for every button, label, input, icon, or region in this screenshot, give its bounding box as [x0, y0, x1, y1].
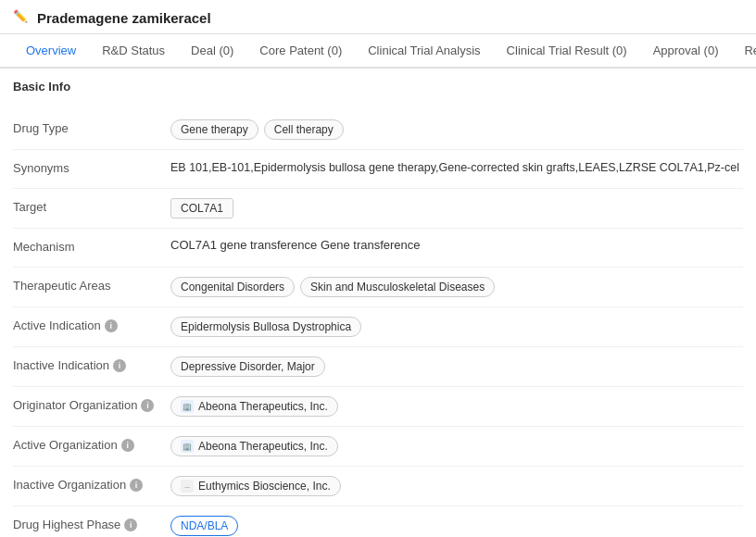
active-indication-info-icon[interactable]: i: [105, 319, 118, 332]
tag-depressive-disorder[interactable]: Depressive Disorder, Major: [170, 356, 325, 377]
label-inactive-indication: Inactive Indication i: [13, 356, 170, 372]
value-drug-highest-phase: NDA/BLA: [170, 516, 743, 536]
field-target: Target COL7A1: [13, 189, 743, 229]
active-org-info-icon[interactable]: i: [121, 439, 134, 452]
value-drug-type: Gene therapy Cell therapy: [170, 119, 743, 140]
org-logo-active: 🏢: [181, 440, 194, 453]
value-active-org: 🏢 Abeona Therapeutics, Inc.: [170, 436, 743, 456]
org-name-inactive: Euthymics Bioscience, Inc.: [198, 480, 331, 493]
org-euthymics[interactable]: -- Euthymics Bioscience, Inc.: [170, 476, 341, 496]
value-therapeutic-areas: Congenital Disorders Skin and Musculoske…: [170, 277, 743, 297]
tab-core-patent[interactable]: Core Patent (0): [246, 34, 355, 69]
inactive-org-info-icon[interactable]: i: [130, 479, 143, 492]
tag-skin-diseases[interactable]: Skin and Musculoskeletal Diseases: [300, 277, 495, 297]
tag-nda-bla[interactable]: NDA/BLA: [170, 516, 238, 536]
org-name-originator: Abeona Therapeutics, Inc.: [198, 400, 328, 413]
org-abeona-originator[interactable]: 🏢 Abeona Therapeutics, Inc.: [170, 396, 338, 417]
value-inactive-indication: Depressive Disorder, Major: [170, 356, 743, 377]
drug-phase-info-icon[interactable]: i: [124, 518, 137, 531]
field-originator-org: Originator Organization i 🏢 Abeona Thera…: [13, 387, 743, 427]
field-drug-type: Drug Type Gene therapy Cell therapy: [13, 110, 743, 150]
tab-rd-status[interactable]: R&D Status: [89, 34, 178, 69]
tag-gene-therapy[interactable]: Gene therapy: [170, 119, 258, 140]
label-active-org: Active Organization i: [13, 436, 170, 452]
tab-approval[interactable]: Approval (0): [640, 34, 732, 69]
field-inactive-indication: Inactive Indication i Depressive Disorde…: [13, 347, 743, 387]
field-drug-highest-phase: Drug Highest Phase i NDA/BLA: [13, 506, 743, 537]
org-name-active: Abeona Therapeutics, Inc.: [198, 440, 328, 453]
inactive-indication-info-icon[interactable]: i: [113, 359, 126, 372]
value-target: COL7A1: [170, 198, 743, 219]
originator-org-info-icon[interactable]: i: [141, 399, 154, 412]
label-originator-org: Originator Organization i: [13, 396, 170, 412]
label-drug-highest-phase: Drug Highest Phase i: [13, 516, 170, 531]
value-active-indication: Epidermolysis Bullosa Dystrophica: [170, 317, 743, 337]
value-mechanism: COL7A1 gene transference Gene transferen…: [170, 238, 743, 252]
edit-icon: ✏️: [13, 9, 30, 26]
label-therapeutic-areas: Therapeutic Areas: [13, 277, 170, 293]
field-mechanism: Mechanism COL7A1 gene transference Gene …: [13, 229, 743, 268]
label-synonyms: Synonyms: [13, 159, 170, 175]
section-basic-info: Basic Info: [13, 80, 743, 97]
field-active-org: Active Organization i 🏢 Abeona Therapeut…: [13, 427, 743, 467]
content-area: Basic Info Drug Type Gene therapy Cell t…: [0, 69, 756, 537]
label-drug-type: Drug Type: [13, 119, 170, 135]
tab-clinical-trial-result[interactable]: Clinical Trial Result (0): [494, 34, 640, 69]
tab-overview[interactable]: Overview: [13, 34, 89, 69]
header: ✏️ Prademagene zamikeracel: [0, 0, 756, 34]
label-mechanism: Mechanism: [13, 238, 170, 254]
label-active-indication: Active Indication i: [13, 317, 170, 332]
tag-epidermolysis[interactable]: Epidermolysis Bullosa Dystrophica: [170, 317, 361, 337]
label-inactive-org: Inactive Organization i: [13, 476, 170, 492]
tab-regulation[interactable]: Regulation: [731, 34, 756, 69]
tag-target[interactable]: COL7A1: [170, 198, 233, 219]
field-active-indication: Active Indication i Epidermolysis Bullos…: [13, 307, 743, 347]
mechanism-text: COL7A1 gene transference Gene transferen…: [170, 238, 421, 252]
drug-title: Prademagene zamikeracel: [37, 10, 211, 26]
org-logo-blue: 🏢: [181, 400, 194, 413]
value-synonyms: EB 101,EB-101,Epidermolysis bullosa gene…: [170, 159, 743, 177]
field-inactive-org: Inactive Organization i -- Euthymics Bio…: [13, 467, 743, 506]
tag-cell-therapy[interactable]: Cell therapy: [264, 119, 344, 140]
tab-deal[interactable]: Deal (0): [178, 34, 246, 69]
nav-tabs: Overview R&D Status Deal (0) Core Patent…: [0, 34, 756, 69]
org-abeona-active[interactable]: 🏢 Abeona Therapeutics, Inc.: [170, 436, 338, 456]
field-therapeutic-areas: Therapeutic Areas Congenital Disorders S…: [13, 268, 743, 307]
tag-congenital-disorders[interactable]: Congenital Disorders: [170, 277, 295, 297]
label-target: Target: [13, 198, 170, 214]
tab-clinical-trial-analysis[interactable]: Clinical Trial Analysis: [355, 34, 493, 69]
org-logo-inactive: --: [181, 480, 194, 493]
value-inactive-org: -- Euthymics Bioscience, Inc.: [170, 476, 743, 496]
value-originator-org: 🏢 Abeona Therapeutics, Inc.: [170, 396, 743, 417]
synonyms-text: EB 101,EB-101,Epidermolysis bullosa gene…: [170, 159, 739, 177]
field-synonyms: Synonyms EB 101,EB-101,Epidermolysis bul…: [13, 150, 743, 189]
